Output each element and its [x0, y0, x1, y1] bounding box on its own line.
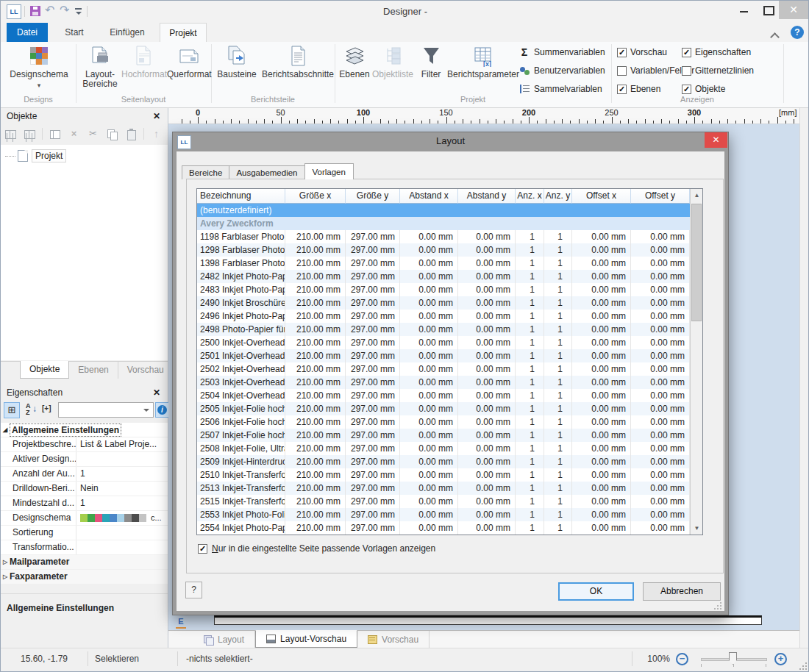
paste-icon[interactable]	[124, 127, 138, 140]
table-row[interactable]: 2482 Inkjet Photo-Pap210.00 mm297.00 mm0…	[197, 270, 690, 283]
benutzervariablen-button[interactable]: Benutzervariablen	[518, 63, 605, 78]
bausteine-button[interactable]: Bausteine	[214, 43, 260, 95]
ribbon-tab-projekt[interactable]: Projekt	[160, 23, 207, 42]
column-header[interactable]: Anz. y	[544, 189, 572, 204]
dialog-close-button[interactable]: ✕	[705, 132, 727, 148]
info-button[interactable]: i	[155, 402, 169, 418]
table-row[interactable]: 2490 Inkjet Broschürer210.00 mm297.00 mm…	[197, 296, 690, 310]
layout-bereiche-button[interactable]: Layout-Bereiche	[79, 43, 121, 95]
table-row[interactable]: 1298 Farblaser Photo-P210.00 mm297.00 mm…	[197, 243, 690, 257]
show-checkbox-vorschau[interactable]: ✓Vorschau	[617, 45, 667, 60]
canvas-table-object[interactable]	[214, 615, 762, 625]
zoom-out-icon[interactable]: −	[676, 653, 688, 665]
objektliste-button[interactable]: Objektliste	[371, 43, 414, 95]
expand-all-icon[interactable]: [+]	[42, 404, 51, 412]
sammelvariablen-button[interactable]: Sammelvariablen	[518, 82, 602, 96]
properties-icon[interactable]	[48, 127, 62, 140]
scroll-down-icon[interactable]: ▼	[691, 522, 703, 535]
table-row[interactable]: 2483 Inkjet Photo-Pap210.00 mm297.00 mm0…	[197, 283, 690, 296]
table-row[interactable]: 2508 Inkjet-Folie, Ultra210.00 mm297.00 …	[197, 442, 690, 455]
tree-item-projekt[interactable]: Projekt	[5, 149, 66, 162]
table-row-selected[interactable]: (benutzerdefiniert)	[197, 204, 690, 217]
canvas-object-handle[interactable]: E	[176, 617, 186, 629]
property-row[interactable]: Aktiver Design...	[1, 452, 168, 467]
table-row[interactable]: 2554 Inkjet Photo-Pap210.00 mm297.00 mm0…	[197, 521, 690, 535]
property-row[interactable]: Transformatio...	[1, 540, 168, 555]
column-header[interactable]: Abstand x	[400, 189, 458, 204]
dialog-help-button[interactable]: ?	[185, 582, 202, 598]
copy-icon[interactable]	[105, 127, 119, 140]
table-row[interactable]: 2510 Inkjet-Transferfol210.00 mm297.00 m…	[197, 468, 690, 482]
property-filter-combobox[interactable]	[58, 402, 154, 418]
cut-icon[interactable]: ✂	[86, 127, 100, 140]
show-checkbox-eigenschaften[interactable]: ✓Eigenschaften	[682, 45, 751, 60]
dialog-resize-grip[interactable]	[714, 602, 721, 610]
filter-button[interactable]: Filter	[416, 43, 446, 95]
table-row[interactable]: 2506 Inkjet-Folie hoch210.00 mm297.00 mm…	[197, 415, 690, 429]
table-row[interactable]: 2513 Inkjet-Transferfol210.00 mm297.00 m…	[197, 482, 690, 495]
summenvariablen-button[interactable]: ΣSummenvariablen	[518, 45, 605, 60]
objects-panel-close-icon[interactable]: ✕	[153, 111, 160, 121]
column-header[interactable]: Größe x	[285, 189, 346, 204]
maximize-button[interactable]	[757, 1, 779, 19]
property-row[interactable]: Drilldown-Beri...Nein	[1, 482, 168, 496]
table-row[interactable]: 2502 Inkjet-Overheadf210.00 mm297.00 mm0…	[197, 362, 690, 376]
hochformat-button[interactable]: Hochformat	[121, 43, 165, 95]
table-row[interactable]: 2505 Inkjet-Folie hoch210.00 mm297.00 mm…	[197, 402, 690, 415]
sort-az-icon[interactable]: A Z ↓	[24, 403, 40, 418]
dialog-tab-bereiche[interactable]: Bereiche	[182, 165, 229, 179]
help-icon[interactable]: ?	[791, 26, 804, 39]
property-row[interactable]: Sortierung	[1, 526, 168, 540]
berichtsabschnitte-button[interactable]: Berichtsabschnitte	[260, 43, 336, 95]
table-row[interactable]: 2496 Inkjet Photo-Pap210.00 mm297.00 mm0…	[197, 310, 690, 323]
ribbon-tab-start[interactable]: Start	[54, 23, 95, 42]
show-checkbox-objekte[interactable]: ✓Objekte	[682, 82, 725, 96]
move-up-icon[interactable]: ↑	[149, 127, 163, 140]
zoom-slider-handle[interactable]	[729, 652, 737, 665]
column-header[interactable]: Abstand y	[458, 189, 516, 204]
table-row[interactable]: 2553 Inkjet Photo-Foli210.00 mm297.00 mm…	[197, 508, 690, 521]
table-row[interactable]: 2504 Inkjet-Overheadf210.00 mm297.00 mm0…	[197, 389, 690, 402]
resize-grip[interactable]	[799, 662, 807, 670]
scrollbar-thumb[interactable]	[691, 204, 702, 321]
designschema-button[interactable]: Designschema ▾	[5, 43, 73, 95]
table-row[interactable]: 2515 Inkjet-Transferfol210.00 mm297.00 m…	[197, 495, 690, 508]
property-row[interactable]: Projektbeschre...List & Label Proje...	[1, 437, 168, 452]
ribbon-tab-einfügen[interactable]: Einfügen	[101, 23, 154, 42]
vertical-scrollbar[interactable]	[799, 108, 809, 648]
panel-tab-vorschau[interactable]: Vorschau	[118, 362, 174, 379]
column-header[interactable]: Anz. x	[516, 189, 544, 204]
filter-checkbox[interactable]: ✓ Nur in die eingestellte Seite passende…	[198, 543, 435, 554]
delete-icon[interactable]: ×	[67, 127, 81, 140]
view-tab-vorschau[interactable]: Vorschau	[357, 631, 430, 648]
property-row[interactable]: Mindestzahl d...1	[1, 496, 168, 511]
column-header[interactable]: Bezeichnung	[197, 189, 285, 204]
scroll-up-icon[interactable]: ▲	[691, 189, 703, 201]
column-header[interactable]: Größe y	[346, 189, 400, 204]
property-row[interactable]: Designschemac...	[1, 511, 168, 526]
zoom-in-icon[interactable]: +	[774, 653, 787, 665]
new-table-icon[interactable]	[4, 127, 18, 140]
berichtsparameter-button[interactable]: [x] Berichtsparameter	[446, 43, 520, 95]
properties-panel-close-icon[interactable]: ✕	[153, 387, 160, 398]
ebenen-button[interactable]: Ebenen	[338, 43, 371, 95]
category-row-collapsed[interactable]: ▷Mailparameter	[1, 555, 168, 570]
querformat-button[interactable]: Querformat	[167, 43, 211, 95]
table-scrollbar[interactable]: ▲ ▼	[690, 189, 703, 535]
table-group-row[interactable]: Avery Zweckform	[197, 217, 690, 230]
minimize-button[interactable]	[733, 1, 755, 19]
cancel-button[interactable]: Abbrechen	[643, 582, 721, 601]
column-header[interactable]: Offset x	[572, 189, 631, 204]
panel-tab-objekte[interactable]: Objekte	[20, 361, 69, 379]
table-row[interactable]: 2500 Inkjet-Overheadf210.00 mm297.00 mm0…	[197, 336, 690, 349]
ok-button[interactable]: OK	[558, 582, 634, 601]
show-checkbox-gitternetzlinien[interactable]: Gitternetzlinien	[682, 63, 754, 78]
ribbon-collapse-icon[interactable]	[771, 32, 778, 38]
view-tab-layout[interactable]: Layout	[193, 631, 255, 648]
property-row[interactable]: Anzahl der Au...1	[1, 467, 168, 482]
categorized-view-icon[interactable]: ⊞	[4, 402, 20, 418]
dialog-tab-ausgabemedien[interactable]: Ausgabemedien	[229, 165, 304, 179]
table-row[interactable]: 1198 Farblaser Photo-P210.00 mm297.00 mm…	[197, 230, 690, 243]
table-row[interactable]: 2507 Inkjet-Folie hoch210.00 mm297.00 mm…	[197, 429, 690, 442]
new-crosstab-icon[interactable]	[23, 127, 37, 140]
